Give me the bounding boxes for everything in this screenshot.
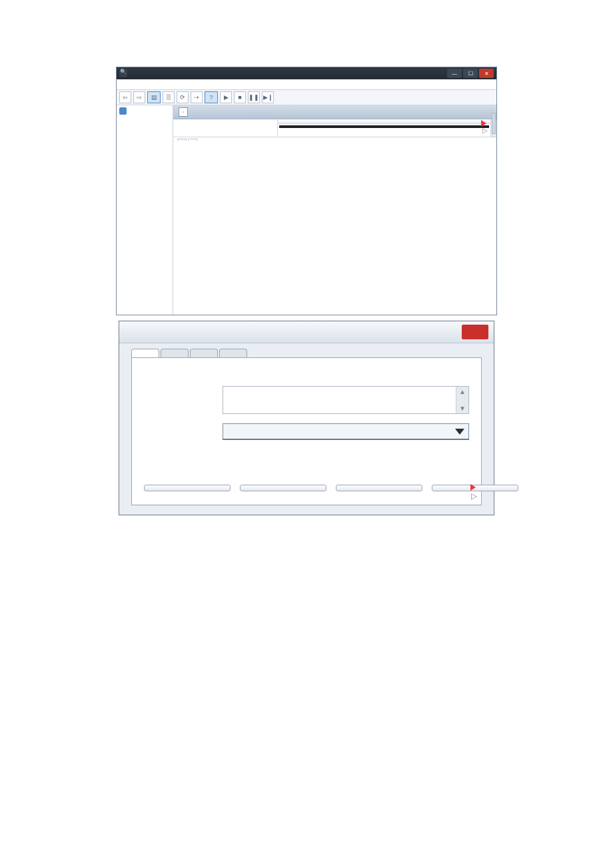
scroll-thumb[interactable] — [492, 113, 496, 134]
tab-deps[interactable] — [219, 349, 247, 357]
stop-icon[interactable]: ■ — [234, 91, 246, 103]
tabs — [131, 349, 494, 357]
pause-icon[interactable]: ❚❚ — [248, 91, 260, 103]
properties-dialog: ▲▼ — [119, 321, 494, 515]
back-icon[interactable]: ⇦ — [119, 91, 131, 103]
description-text — [223, 387, 456, 413]
tab-recover[interactable] — [190, 349, 218, 357]
close-button[interactable] — [462, 325, 488, 339]
column-headers[interactable] — [278, 119, 490, 124]
pause-button[interactable] — [336, 485, 422, 491]
stop-button[interactable] — [240, 485, 326, 491]
header-stat[interactable] — [404, 119, 430, 123]
startup-type-dropdown[interactable] — [223, 439, 469, 440]
props-icon[interactable]: ☰ — [163, 91, 175, 103]
maximize-button[interactable]: ☐ — [463, 69, 478, 78]
pane-header: ◦ — [173, 105, 496, 119]
desc-scrollbar[interactable]: ▲▼ — [456, 387, 468, 413]
services-window: — ☐ ✕ ⇦ ⇨ ▤ ☰ ⟳ ⇢ ? ▶ ■ ❚❚ ▶❙ — [116, 67, 497, 315]
services-list[interactable]: ▷ — [277, 119, 490, 137]
services-toolbar: ⇦ ⇨ ▤ ☰ ⟳ ⇢ ? ▶ ■ ❚❚ ▶❙ — [117, 90, 496, 105]
scroll-up-icon[interactable]: ▲ — [459, 388, 466, 395]
forward-icon[interactable]: ⇨ — [133, 91, 145, 103]
services-nav — [117, 105, 173, 315]
header-desc[interactable] — [379, 119, 404, 123]
tab-extended[interactable] — [177, 139, 187, 141]
pane-nav-icon[interactable]: ◦ — [179, 107, 188, 117]
service-details-panel — [173, 119, 277, 137]
highlight-box — [279, 125, 489, 128]
play-icon[interactable]: ▶ — [220, 91, 232, 103]
gear-icon — [119, 107, 127, 115]
watermark: ▷ — [470, 483, 477, 501]
tab-logon[interactable] — [161, 349, 189, 357]
header-start[interactable] — [430, 119, 459, 123]
arrow-icon — [481, 120, 486, 127]
services-app-icon — [119, 69, 127, 77]
tab-standard[interactable] — [188, 139, 197, 141]
description-box: ▲▼ — [223, 386, 469, 414]
nav-services-local[interactable] — [118, 107, 171, 115]
close-button[interactable]: ✕ — [479, 69, 494, 78]
start-button[interactable] — [144, 485, 231, 491]
restart-icon[interactable]: ▶❙ — [262, 91, 274, 103]
dropdown-icon — [455, 429, 464, 435]
services-menubar[interactable] — [117, 79, 496, 90]
view-tabs — [173, 137, 496, 142]
tab-body: ▲▼ — [131, 357, 482, 505]
startup-type-select[interactable] — [223, 423, 469, 439]
header-name[interactable] — [278, 119, 379, 123]
action-buttons — [144, 485, 469, 491]
scroll-down-icon[interactable]: ▼ — [459, 405, 466, 412]
scrollbar[interactable] — [490, 119, 496, 137]
services-titlebar[interactable]: — ☐ ✕ — [117, 67, 496, 79]
tab-general[interactable] — [131, 349, 159, 357]
export-icon[interactable]: ⇢ — [191, 91, 203, 103]
minimize-button[interactable]: — — [447, 69, 462, 78]
refresh-icon[interactable]: ⟳ — [177, 91, 189, 103]
app-icon[interactable]: ▤ — [147, 91, 161, 103]
properties-titlebar[interactable] — [119, 321, 494, 343]
arrow-icon — [470, 484, 476, 491]
label-description — [144, 386, 223, 414]
help-icon[interactable]: ? — [205, 91, 218, 103]
watermark: ▷ — [481, 119, 488, 134]
